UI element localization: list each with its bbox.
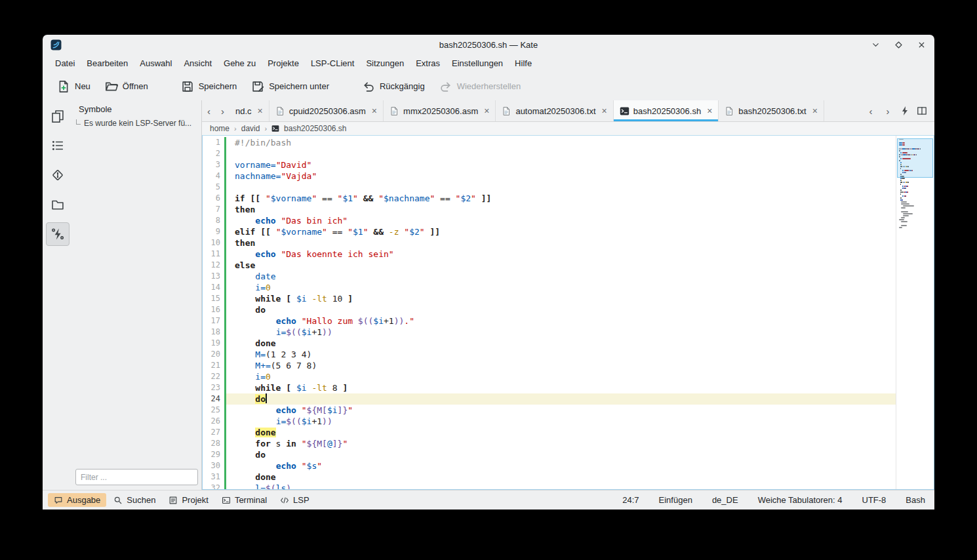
tab-close-icon[interactable]: × <box>484 106 489 116</box>
statusbar-dictionary[interactable]: de_DE <box>712 495 738 505</box>
menu-datei[interactable]: Datei <box>49 56 81 71</box>
statusbar-right: 24:7Einfügende_DEWeiche Tabulatoren: 4UT… <box>622 495 925 505</box>
symbols-filter-input[interactable] <box>75 469 198 485</box>
statusbar-insert-mode[interactable]: Einfügen <box>659 495 692 505</box>
code-line-15[interactable]: 15 while [ $i -lt 10 ] <box>203 293 896 304</box>
menu-gehe-zu[interactable]: Gehe zu <box>218 56 262 71</box>
code-line-16[interactable]: 16 do <box>203 304 896 315</box>
r-ckg-ngig-button[interactable]: Rückgängig <box>357 76 430 97</box>
code-line-20[interactable]: 20 M=(1 2 3 4) <box>203 349 896 360</box>
token: +1 <box>311 416 322 426</box>
toolview-documents-button[interactable] <box>46 104 70 128</box>
code-line-13[interactable]: 13 date <box>203 271 896 282</box>
code-line-29[interactable]: 29 do <box>203 449 896 460</box>
code-line-26[interactable]: 26 i=$(($i+1)) <box>203 416 896 427</box>
token: $(( <box>358 316 373 326</box>
split-view-button[interactable] <box>915 104 929 118</box>
code-line-24[interactable]: 24 do <box>203 393 896 405</box>
code-line-31[interactable]: 31 done <box>203 471 896 483</box>
menu-lsp-client[interactable]: LSP-CLient <box>305 56 360 71</box>
statusbar-ausgabe-toggle[interactable]: Ausgabe <box>48 493 106 507</box>
tab-close-icon[interactable]: × <box>258 106 263 116</box>
code-line-6[interactable]: 6if [[ "$vorname" == "$1" && "$nachname"… <box>203 193 896 204</box>
tabs-scroll-right-button[interactable]: › <box>216 100 229 121</box>
code-line-17[interactable]: 17 echo "Hallo zum $(($i+1))." <box>203 315 896 327</box>
code-line-10[interactable]: 10then <box>203 237 896 249</box>
tab-bash20250306-txt[interactable]: bash20250306.txt× <box>719 100 824 121</box>
minimap-scrollbar[interactable] <box>896 136 934 489</box>
tab-close-icon[interactable]: × <box>812 106 818 116</box>
statusbar-projekt-toggle[interactable]: Projekt <box>163 493 214 507</box>
code-line-18[interactable]: 18 i=$(($i+1)) <box>203 327 896 338</box>
toolview-lsp-symbols-button[interactable] <box>46 222 70 246</box>
close-window-button[interactable] <box>917 40 927 50</box>
menu-projekte[interactable]: Projekte <box>262 56 305 71</box>
tab-mmx20250306-asm[interactable]: mmx20250306.asm× <box>384 100 496 121</box>
toolview-git-button[interactable] <box>46 163 70 187</box>
code-text: M=(1 2 3 4) <box>235 349 896 360</box>
statusbar-encoding[interactable]: UTF-8 <box>862 495 887 505</box>
code-line-11[interactable]: 11 echo "Das koennte ich sein" <box>203 249 896 260</box>
statusbar-lsp-toggle[interactable]: LSP <box>274 493 315 507</box>
code-line-3[interactable]: 3vorname="David" <box>203 159 896 170</box>
tab-nd-c[interactable]: nd.c× <box>229 100 269 121</box>
code-line-4[interactable]: 4nachname="Vajda" <box>203 170 896 182</box>
tabs-overflow-left-button[interactable]: ‹ <box>864 104 878 118</box>
toolview-symbols-list-button[interactable] <box>46 134 70 157</box>
tab-bash20250306-sh[interactable]: bash20250306.sh× <box>614 100 719 121</box>
statusbar-highlight-mode[interactable]: Bash <box>906 495 925 505</box>
statusbar-tab-mode[interactable]: Weiche Tabulatoren: 4 <box>758 495 843 505</box>
code-line-12[interactable]: 12else <box>203 260 896 271</box>
statusbar-cursor-position[interactable]: 24:7 <box>622 495 639 505</box>
code-line-28[interactable]: 28 for s in "${M[@]}" <box>203 438 896 449</box>
menu-bearbeiten[interactable]: Bearbeiten <box>81 56 134 71</box>
menu-einstellungen[interactable]: Einstellungen <box>446 56 509 71</box>
code-area[interactable]: 1#!/bin/bash23vorname="David"4nachname="… <box>203 136 896 489</box>
quick-actions-button[interactable] <box>898 104 912 118</box>
toolview-filesystem-button[interactable] <box>46 193 70 216</box>
tab-close-icon[interactable]: × <box>372 106 377 116</box>
code-line-2[interactable]: 2 <box>203 148 896 159</box>
menu-auswahl[interactable]: Auswahl <box>134 56 178 71</box>
panel-spacer <box>72 129 201 465</box>
menu-sitzungen[interactable]: Sitzungen <box>360 56 410 71</box>
shade-window-button[interactable] <box>871 40 881 50</box>
menu-hilfe[interactable]: Hilfe <box>509 56 538 71</box>
speichern-button[interactable]: Speichern <box>176 76 243 97</box>
code-line-14[interactable]: 14 i=0 <box>203 282 896 293</box>
code-line-21[interactable]: 21 M+=(5 6 7 8) <box>203 360 896 371</box>
minimap-viewport[interactable] <box>897 138 933 178</box>
code-line-19[interactable]: 19 done <box>203 338 896 349</box>
speichern-unter-button[interactable]: Speichern unter <box>246 76 334 97</box>
code-line-22[interactable]: 22 i=0 <box>203 371 896 382</box>
code-line-23[interactable]: 23 while [ $i -lt 8 ] <box>203 382 896 393</box>
statusbar-terminal-toggle[interactable]: Terminal <box>216 493 273 507</box>
tab-close-icon[interactable]: × <box>602 106 607 116</box>
neu-button[interactable]: Neu <box>52 76 96 97</box>
titlebar[interactable]: bash20250306.sh — Kate <box>43 35 934 54</box>
undo-icon <box>362 80 375 93</box>
code-line-9[interactable]: 9elif [[ "$vorname" == "$1" && -z "$2" ]… <box>203 226 896 237</box>
code-line-30[interactable]: 30 echo "$s" <box>203 460 896 471</box>
tab-cpuid20250306-asm[interactable]: cpuid20250306.asm× <box>269 100 384 121</box>
menu-extras[interactable]: Extras <box>410 56 446 71</box>
code-line-5[interactable]: 5 <box>203 182 896 193</box>
tab-automat20250306-txt[interactable]: automat20250306.txt× <box>496 100 613 121</box>
breadcrumb-david[interactable]: david <box>241 124 260 133</box>
restore-window-button[interactable] <box>894 40 904 50</box>
tabs-overflow-right-button[interactable]: › <box>881 104 895 118</box>
token: done <box>255 338 275 348</box>
breadcrumb-file[interactable]: bash20250306.sh <box>284 124 346 133</box>
code-line-25[interactable]: 25 echo "${M[$i]}" <box>203 405 896 416</box>
ffnen-button[interactable]: Öffnen <box>100 76 153 97</box>
code-line-27[interactable]: 27 done <box>203 427 896 438</box>
code-line-7[interactable]: 7then <box>203 204 896 215</box>
code-line-32[interactable]: 32 l=$(ls) <box>203 483 896 489</box>
menu-ansicht[interactable]: Ansicht <box>178 56 218 71</box>
code-line-1[interactable]: 1#!/bin/bash <box>203 137 896 148</box>
tab-close-icon[interactable]: × <box>707 106 712 116</box>
breadcrumb-home[interactable]: home <box>210 124 229 133</box>
code-line-8[interactable]: 8 echo "Das bin ich" <box>203 215 896 226</box>
statusbar-suchen-toggle[interactable]: Suchen <box>108 493 161 507</box>
tabs-scroll-left-button[interactable]: ‹ <box>202 100 216 121</box>
